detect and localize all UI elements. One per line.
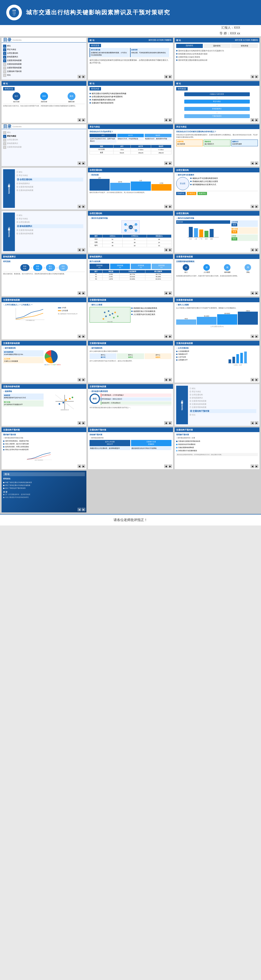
slide-20: 交通需求影响因素 ○ 城市人口密度 空间分布图 [88,298,173,339]
toc-contents-label: Contents [13,39,22,41]
svg-point-34 [112,313,113,315]
prev-arrow-3[interactable]: ◀ [251,75,254,78]
svg-rect-18 [189,227,193,237]
svg-point-36 [109,314,110,316]
slide11-chart: 步行 自行车 公交 小汽车 [90,177,171,191]
slide16-flow: 数据收集 → 因素筛选 → 建立模型 → 结论分析 [3,264,85,271]
svg-text:大学: 大学 [13,14,15,16]
svg-point-53 [62,402,64,403]
toc-item-1: 1 绪论 [3,45,85,48]
slide-13: 目录 Contents ① 绪论 ② 界定与表征 ③ 合理交通结构 ④ 影响因素… [2,211,86,253]
slide3-content: 国内对交通出行结构的研究主要集中在出行方式选择行为 影响因素分析多从定性角度进行… [176,49,258,62]
svg-rect-43 [232,357,235,363]
next-arrow-2[interactable]: ▶ [168,75,172,78]
slide-4: 绪 论 研究方法 统计 统计分析 回归 回归分析 聚类 聚类分析 采用多元统计分… [2,81,86,123]
svg-text:公交供给→分担率: 公交供给→分担率 [233,364,242,366]
svg-text:空间分布图: 空间分布图 [107,321,112,322]
next-arrow-3[interactable]: ▶ [255,75,258,78]
slide-nav-3[interactable]: ◀ ▶ [251,75,258,78]
slide-26: 交通管理影响因素 ○ 停车政策与费用管理 停车 停车费用提高→小汽车使用减少 停… [88,384,173,426]
advisor-name: 导 师：XXX xx [0,31,240,37]
svg-point-32 [104,312,106,313]
svg-text:纽约: 纽约 [125,230,126,232]
prev-arrow[interactable]: ◀ [77,75,81,78]
slide4-badge: 研究方法 [3,87,14,91]
slide9-boxes: 改善环境 减少碳排放 缓解拥堵 减少道路压力 健康出行 促进居民健康 [176,140,258,146]
slide-12: 合理交通结构 ○ 城市化率与交通需求 雷达图 城镇化水平与交通结构密切相关 高城… [175,168,259,209]
svg-rect-22 [210,229,213,237]
slide-18: 交通需求影响因素 交通需求影响因素概览 收 收入 密 人口密度 规 城市规模 用… [175,254,259,296]
svg-point-55 [69,398,71,399]
slide-28: 交通结构干预对策 需求侧干预对策 ○ 城市规划层面对策验证试验 城市空间结构优化… [2,427,86,469]
slide17-factors: 需求因素F1 供给因素F2 管理因素F3 政策因素F4 [90,264,171,269]
slide-16: 影响因素辨识 研究流程 数据收集 → 因素筛选 → 建立模型 → 结论分析 通过… [2,254,86,296]
slide-5: 绪 论 研究内容 城市交通出行结构界定与表征指标体系构建 合理交通结构判定标准与… [88,81,173,123]
svg-rect-46 [244,352,247,363]
slides-grid: 目录 Contents 1 绪论 2 界定与表征 3 合理交通结构 4 影响因素… [0,36,261,514]
slide-nav-2[interactable]: ◀ ▶ [164,75,172,78]
slide-3: 绪 论 城市交通 出行结构 关键影响 国内研究 国外研究 研究评述 国内对交通出… [175,38,259,80]
toc-item-6: 6 交通供给影响因素 [3,63,85,66]
slide25-content: 道路密度 路网密度影响可达性与出行方式 慢行设施 步行道和自行车道建设水平 [3,393,85,411]
slide30-content: 完善城市交通需求管理政策体系 推进差别化停车收费政策 实施交通拥堵收费制度 加强… [176,440,258,452]
logo: 北京 交通 大学 [6,5,22,20]
slide2-text: 城市交通出行结构是反映城市交通系统运行状态的重要指标，合理的交通结构有助于缓解交… [90,59,171,64]
slide9-text: 非机动化出行是城市绿色交通的重要组成部分，在城市交通结构中占有重要地位。通过分析… [176,134,258,138]
svg-point-40 [117,315,118,317]
main-title: 城市交通出行结构关键影响因素辨识及干预对策研究 [26,9,170,16]
slide4-section: 绪 论 [3,82,8,85]
svg-text:巴黎: 巴黎 [135,230,137,232]
toc-big-title: 目录 [3,38,11,43]
slide-7: 目录 Contents 1 绪论 2 界定与表征 3 合理交通结构 4 影响因素… [2,124,86,166]
svg-point-54 [65,399,67,401]
toc-item-4: 4 影响因素辨识 [3,56,85,59]
slide3-research-tabs: 国内研究 国外研究 研究评述 [176,44,258,48]
slide8-table: 指标步行自行车电动车 出行距离<2km2-10km5-15km 速度5km/h1… [90,145,171,154]
slide-nav-4[interactable]: ◀ ▶ [77,118,85,122]
slide-14: 合理交通结构 ○ 国内外先进城市经验 北京 东京 伦敦 纽约 巴黎 城 [88,211,173,253]
slide2-section: 绪 论 [90,39,94,42]
svg-text:道路密度影响分析: 道路密度影响分析 [61,409,69,410]
slide-9: 界定与表征 非机动化出行方式对城市交通结构分析有何意义？ 非机动化出行是城市绿色… [175,124,259,166]
slide15-content: 图表分析 北京 上海 广州 深圳 成都 公共交通 [176,220,258,241]
svg-text:政策干预效果模拟: 政策干预效果模拟 [35,460,43,461]
slide18-icons: 收 收入 密 人口密度 规 城市规模 用 用地 [176,264,258,274]
svg-text:成都: 成都 [210,238,213,240]
slide-10: 目录 Contents ① 绪论 ② 界定与表征 ③ 合理交通结构 ④ 影响因素… [2,168,86,209]
slide-22: 交通需求影响因素 ○ 城市规模结构 城市规模预测 2030年城镇化率预计达70%… [2,341,86,383]
svg-rect-19 [194,228,198,237]
svg-rect-42 [228,360,231,363]
footer-text: 请各位老师批评指正！ [114,518,147,522]
slide2-content: 城市交通问题 交通拥堵已成为城市发展的重要制约因素，小汽车出行比例持续增加 政策… [90,48,171,57]
slide-27: 目录 Contents ① 绪论 ② 界定与表征 ③ 合理交通结构 ④ 影响因素… [175,384,259,426]
svg-text:伦敦: 伦敦 [135,224,137,226]
slide3-section: 绪 论 [176,39,181,42]
slide-21: 交通需求影响因素 ○ 城市人口规模 以人均发展人口规模对城市交通出行方式选择产生… [175,298,259,339]
prev-arrow-2[interactable]: ◀ [164,75,168,78]
presenter-name: 汇报人：XXX [0,25,240,31]
svg-point-56 [72,397,73,398]
svg-text:交通: 交通 [13,12,16,14]
slide6-framework: 问题提出与研究背景 ↓ 界定与表征 ↓ 影响因素辨识 ↓ 干预对策研究 [176,92,258,118]
slide-nav-1[interactable]: ◀ ▶ [77,75,85,78]
slide29-content: 提升公共交通供给水平 构建多层次公共交通体系，提高网络覆盖率 完善慢行交通设施建… [90,440,171,450]
next-arrow[interactable]: ▶ [82,75,85,78]
svg-text:上海: 上海 [194,238,197,240]
slide-29: 交通结构干预对策 供给侧干预对策 ○ 城市规划层面对策 提升公共交通供给水平 构… [88,427,173,469]
slide12-content: 雷达图 城镇化水平与交通结构密切相关 高城镇化地区公共交通占比更高 城市规模影响… [176,177,258,190]
toc-item-5: 5 交通需求影响因素 [3,59,85,62]
toc-item-8: 8 交通结构干预对策 [3,70,85,73]
svg-text:北京: 北京 [130,227,132,228]
slide-31: 结 论 研究结论 构建了城市交通出行结构表征指标体系 辨识了影响交通出行结构的关… [2,471,86,512]
slide-23: 交通需求影响因素 ○ 城市规模结构 多中心城市结构与交通出行模式关系研究 单中心… [88,341,173,383]
svg-point-38 [102,318,104,320]
toc2-list: 1 绪论 2 界定与表征 3 合理交通结构 4 影响因素辨识 5 交通需求影响因… [3,131,85,149]
slide23-cities: 单中心 集中式 双中心 轴带式 多中心 组团式 [90,353,171,359]
slide-2: 绪 论 城市交通 出行结构 关键影响 研究背景 城市交通问题 交通拥堵已成为城市… [88,38,173,80]
slide8-content: 步行 以步行为主的出行方式，适用于短距离出行 自行车 绿色出行方式，中短距离首选… [90,134,171,143]
slide-30: 交通结构干预对策 管理侧干预对策 ○ 城市规划层面对策 1 交通 完善城市交通需… [175,427,259,469]
slide20-content: 空间分布图 高密度区域公共交通使用率高 低密度区域小汽车依赖性强 人口密度与步行… [90,307,171,323]
footer: 请各位老师批评指正！ [0,514,261,525]
presenter-bar: 汇报人：XXX 导 师：XXX xx [0,25,261,36]
slide-17: 影响因素辨识 因子分析结果 需求因素F1 供给因素F2 管理因素F3 政策因素F… [88,254,173,296]
